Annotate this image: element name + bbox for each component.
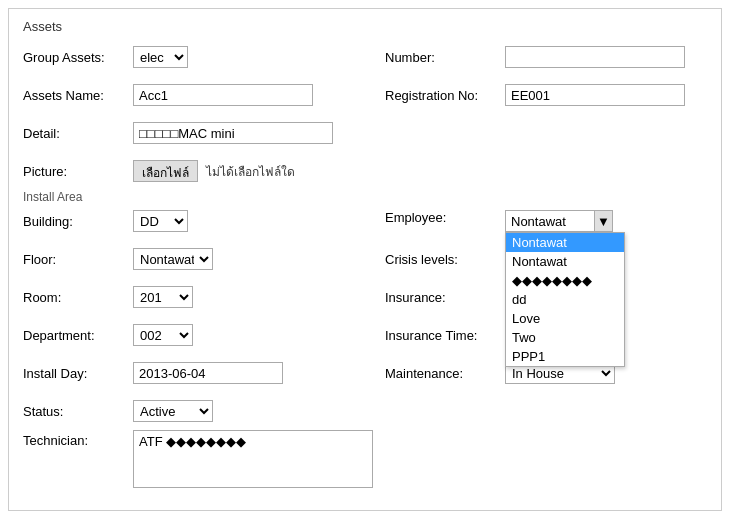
install-day-input[interactable] [133, 362, 283, 384]
status-label: Status: [23, 404, 133, 419]
employee-option-ppp1[interactable]: PPP1 [506, 347, 624, 366]
building-label: Building: [23, 214, 133, 229]
registration-no-input[interactable] [505, 84, 685, 106]
employee-dropdown-container: ▼ Nontawat Nontawat ◆◆◆◆◆◆◆◆ dd Love Two… [505, 210, 613, 232]
registration-no-label: Registration No: [385, 88, 505, 103]
employee-dropdown-list: Nontawat Nontawat ◆◆◆◆◆◆◆◆ dd Love Two P… [505, 232, 625, 367]
number-input[interactable] [505, 46, 685, 68]
technician-textarea[interactable]: ATF ◆◆◆◆◆◆◆◆ [133, 430, 373, 488]
insurance-time-label: Insurance Time: [385, 328, 505, 343]
group-assets-select[interactable]: elec mech it other [133, 46, 188, 68]
assets-form: Assets Group Assets: elec mech it other … [8, 8, 722, 511]
assets-name-input[interactable] [133, 84, 313, 106]
employee-option-special[interactable]: ◆◆◆◆◆◆◆◆ [506, 271, 624, 290]
maintenance-label: Maintenance: [385, 366, 505, 381]
dept-select[interactable]: 002 001 003 [133, 324, 193, 346]
number-label: Number: [385, 50, 505, 65]
employee-option-nontawat-1[interactable]: Nontawat [506, 233, 624, 252]
install-area-label: Install Area [23, 190, 707, 204]
employee-option-nontawat-2[interactable]: Nontawat [506, 252, 624, 271]
floor-label: Floor: [23, 252, 133, 267]
insurance-label: Insurance: [385, 290, 505, 305]
file-select-button[interactable]: เลือกไฟล์ [133, 160, 198, 182]
detail-input[interactable] [133, 122, 333, 144]
status-select[interactable]: Active Inactive Repair [133, 400, 213, 422]
building-select[interactable]: DD AA BB [133, 210, 188, 232]
install-day-label: Install Day: [23, 366, 133, 381]
employee-label: Employee: [385, 210, 505, 225]
dept-label: Department: [23, 328, 133, 343]
picture-label: Picture: [23, 164, 133, 179]
group-assets-label: Group Assets: [23, 50, 133, 65]
section-title: Assets [23, 19, 707, 34]
detail-label: Detail: [23, 126, 133, 141]
floor-select[interactable]: Nontawat 1F 2F [133, 248, 213, 270]
room-label: Room: [23, 290, 133, 305]
technician-label: Technician: [23, 433, 133, 448]
employee-option-two[interactable]: Two [506, 328, 624, 347]
employee-option-dd[interactable]: dd [506, 290, 624, 309]
employee-input[interactable] [505, 210, 595, 232]
employee-dropdown-arrow[interactable]: ▼ [595, 210, 613, 232]
group-assets-control: elec mech it other [133, 46, 188, 68]
no-file-label: ไม่ได้เลือกไฟล์ใด [206, 162, 295, 181]
room-select[interactable]: 201 202 203 [133, 286, 193, 308]
assets-name-label: Assets Name: [23, 88, 133, 103]
employee-option-love[interactable]: Love [506, 309, 624, 328]
crisis-label: Crisis levels: [385, 252, 505, 267]
